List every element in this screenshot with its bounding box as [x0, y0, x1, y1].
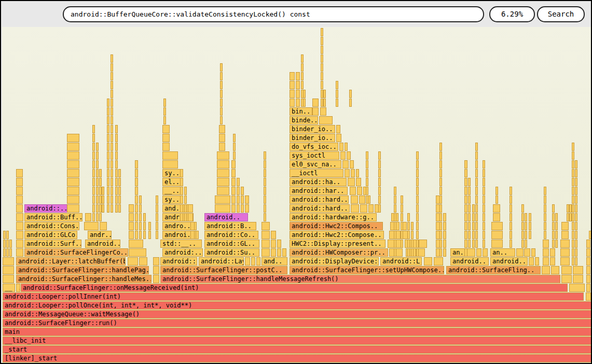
- flame-frame-small[interactable]: [111, 143, 113, 151]
- flame-frame-small[interactable]: [129, 222, 134, 230]
- flame-frame[interactable]: el0_svc_na..: [290, 160, 341, 169]
- flame-frame[interactable]: std::__..: [160, 240, 202, 248]
- search-input[interactable]: [63, 6, 484, 22]
- flame-frame-small[interactable]: [351, 169, 355, 177]
- flame-frame-small[interactable]: [16, 213, 23, 221]
- flame-frame-small[interactable]: [3, 240, 6, 248]
- flame-frame-small[interactable]: [483, 195, 485, 204]
- flame-frame-small[interactable]: [464, 187, 467, 195]
- flame-frame-small[interactable]: [589, 231, 591, 239]
- flame-frame-small[interactable]: [233, 143, 236, 151]
- flame-frame-small[interactable]: [245, 257, 250, 265]
- flame-frame[interactable]: android::SurfaceFlinger::handlePag..: [16, 266, 149, 274]
- flame-frame-small[interactable]: [407, 248, 410, 257]
- flame-frame-small[interactable]: [575, 204, 577, 213]
- flame-frame-small[interactable]: [296, 81, 300, 89]
- flame-frame[interactable]: sys_ioctl: [290, 151, 339, 160]
- flame-frame-small[interactable]: [115, 187, 118, 195]
- flame-frame-small[interactable]: [264, 213, 266, 221]
- flame-frame-small[interactable]: [67, 151, 79, 160]
- flame-frame-small[interactable]: [96, 178, 99, 186]
- flame-frame-small[interactable]: [573, 266, 583, 274]
- flame-frame-small[interactable]: [525, 222, 527, 230]
- flame-frame-small[interactable]: [475, 143, 478, 151]
- flame-frame[interactable]: __: [3, 284, 15, 292]
- flame-frame-small[interactable]: [135, 160, 138, 169]
- flame-frame-small[interactable]: [67, 169, 79, 177]
- flame-frame-small[interactable]: [220, 107, 223, 116]
- flame-frame-small[interactable]: [350, 187, 356, 195]
- flame-frame-small[interactable]: [366, 178, 368, 186]
- flame-frame-small[interactable]: [139, 213, 142, 221]
- flame-frame-small[interactable]: [394, 231, 396, 239]
- flame-frame-small[interactable]: [378, 204, 381, 213]
- flame-frame-small[interactable]: [475, 195, 478, 204]
- flame-frame-small[interactable]: [524, 248, 530, 257]
- flame-frame-small[interactable]: [475, 160, 478, 169]
- flame-frame-small[interactable]: [416, 213, 419, 221]
- flame-frame-small[interactable]: [118, 169, 121, 177]
- flame-frame-small[interactable]: [529, 213, 531, 221]
- flame-frame-small[interactable]: [544, 213, 546, 221]
- flame-frame-small[interactable]: [575, 160, 577, 169]
- flame-frame-small[interactable]: [85, 213, 91, 221]
- flame-frame-small[interactable]: [401, 204, 403, 213]
- flame-frame-small[interactable]: [231, 178, 236, 186]
- flame-frame-small[interactable]: [264, 195, 266, 204]
- flame-frame-small[interactable]: [135, 204, 138, 213]
- flame-frame-small[interactable]: [586, 240, 590, 248]
- flame-frame-small[interactable]: [476, 248, 481, 257]
- flame-frame-small[interactable]: [378, 151, 381, 160]
- flame-frame-small[interactable]: [439, 231, 442, 239]
- flame-frame-small[interactable]: [542, 266, 550, 274]
- flame-frame-small[interactable]: [464, 160, 467, 169]
- flame-frame-small[interactable]: [349, 99, 352, 107]
- flame-frame-small[interactable]: [491, 231, 503, 239]
- flame-frame-small[interactable]: [407, 231, 410, 239]
- flame-frame-small[interactable]: [572, 169, 574, 177]
- flame-frame[interactable]: android::Looper::pollOnce(int, int*, int…: [3, 301, 591, 310]
- flame-frame-small[interactable]: [107, 107, 109, 116]
- flame-frame[interactable]: [linker]_start: [3, 354, 591, 362]
- flame-frame-small[interactable]: [261, 240, 270, 248]
- flame-frame-small[interactable]: [16, 248, 23, 257]
- flame-frame-small[interactable]: [464, 248, 467, 257]
- flame-frame-small[interactable]: [321, 81, 323, 89]
- flame-frame-small[interactable]: [483, 248, 488, 257]
- flame-frame-small[interactable]: [156, 222, 158, 230]
- flame-frame-small[interactable]: [9, 248, 12, 257]
- flame-frame[interactable]: android::hard..: [290, 195, 349, 204]
- flame-frame-small[interactable]: [464, 169, 467, 177]
- flame-frame[interactable]: android::Co..: [204, 231, 258, 239]
- flame-frame-small[interactable]: [220, 72, 223, 80]
- flame-frame-small[interactable]: [575, 187, 577, 195]
- flame-frame-small[interactable]: [162, 125, 170, 133]
- flame-frame-small[interactable]: [16, 231, 23, 239]
- flame-frame-small[interactable]: [301, 54, 304, 63]
- flame-frame-small[interactable]: [416, 160, 419, 169]
- flame-frame-small[interactable]: [129, 240, 143, 248]
- flame-frame-small[interactable]: [552, 213, 555, 221]
- flame-frame-small[interactable]: [277, 240, 281, 248]
- flame-frame-small[interactable]: [115, 134, 118, 142]
- flame-frame-small[interactable]: [231, 195, 236, 204]
- flame-frame-small[interactable]: [16, 178, 23, 186]
- flame-frame-small[interactable]: [107, 125, 109, 133]
- flame-frame-small[interactable]: [111, 90, 113, 98]
- flame-frame-small[interactable]: [319, 116, 333, 124]
- flame-frame-small[interactable]: [111, 54, 113, 63]
- flame-frame-small[interactable]: [321, 72, 323, 80]
- flame-frame-small[interactable]: [220, 90, 223, 98]
- flame-frame-small[interactable]: [378, 169, 381, 177]
- flame-frame-small[interactable]: [111, 72, 113, 80]
- flame-frame-small[interactable]: [163, 107, 166, 116]
- flame-frame[interactable]: _start: [3, 345, 591, 354]
- flame-frame[interactable]: android::hardware::g..: [290, 213, 377, 221]
- flame-frame-small[interactable]: [111, 63, 113, 72]
- flame-frame-small[interactable]: [231, 187, 236, 195]
- flame-frame-small[interactable]: [220, 63, 223, 72]
- flame-frame-small[interactable]: [111, 151, 113, 160]
- flame-frame-small[interactable]: [67, 143, 79, 151]
- flame-frame-small[interactable]: [572, 204, 574, 213]
- flame-frame-small[interactable]: [439, 151, 442, 160]
